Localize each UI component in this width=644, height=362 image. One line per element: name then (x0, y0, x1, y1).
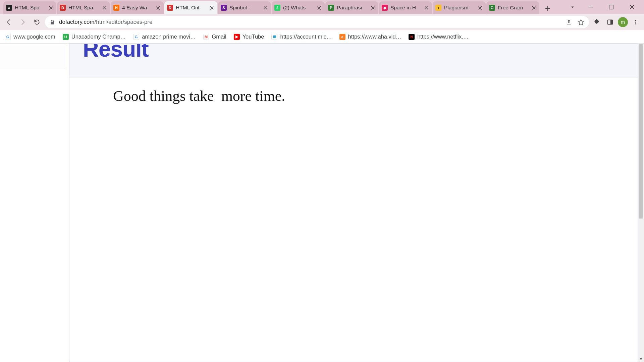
bookmark-item[interactable]: Gamazon prime movi… (133, 34, 196, 40)
sidepanel-icon (607, 19, 613, 25)
tab-favicon-icon: H (113, 5, 119, 11)
tab-close-button[interactable] (370, 5, 376, 11)
bookmark-item[interactable]: Gwww.google.com (5, 34, 55, 40)
tab-favicon-icon: 2 (274, 5, 280, 11)
bookmark-favicon-icon: G (133, 34, 139, 40)
share-button[interactable] (566, 19, 572, 25)
tab-search-button[interactable] (570, 4, 576, 10)
browser-tab[interactable]: H4 Easy Wa (111, 1, 164, 14)
browser-tab[interactable]: 2(2) Whats (272, 1, 325, 14)
scroll-down-arrow-icon[interactable]: ▼ (638, 356, 644, 362)
tab-close-button[interactable] (531, 5, 537, 11)
arrow-right-icon (19, 18, 26, 26)
left-rail (0, 44, 67, 69)
bookmark-favicon-icon: G (5, 34, 11, 40)
close-icon (371, 6, 375, 10)
tab-favicon-icon: D (60, 5, 66, 11)
bookmark-favicon-icon: N (409, 34, 415, 40)
tab-favicon-icon: S (221, 5, 227, 11)
scrollbar-thumb[interactable] (639, 44, 643, 219)
tab-close-button[interactable] (262, 5, 268, 11)
reload-button[interactable] (31, 16, 43, 28)
window-maximize-button[interactable] (605, 2, 617, 12)
bookmark-favicon-icon: ▶ (234, 34, 240, 40)
close-icon (532, 6, 536, 10)
tab-close-button[interactable] (316, 5, 322, 11)
bookmark-item[interactable]: Nhttps://www.netflix.… (409, 34, 469, 40)
bookmark-item[interactable]: ▶YouTube (234, 34, 264, 40)
close-icon (49, 6, 53, 10)
profile-avatar[interactable]: m (618, 17, 628, 27)
tab-close-button[interactable] (477, 5, 483, 11)
vertical-scrollbar[interactable]: ▲ ▼ (638, 44, 644, 362)
svg-point-6 (635, 23, 636, 24)
browser-tab[interactable]: DHTML Spa (57, 1, 110, 14)
tab-close-button[interactable] (48, 5, 54, 11)
extensions-button[interactable] (591, 16, 602, 28)
svg-point-5 (635, 21, 636, 22)
tab-close-button[interactable] (423, 5, 429, 11)
tab-close-button[interactable] (155, 5, 161, 11)
bookmark-button[interactable] (578, 19, 584, 25)
close-icon (210, 6, 214, 10)
close-icon (317, 6, 321, 10)
tab-favicon-icon: P (328, 5, 334, 11)
bookmarks-bar: Gwww.google.comUUnacademy Champ…Gamazon … (0, 30, 644, 44)
window-close-button[interactable] (626, 2, 638, 12)
reload-icon (34, 19, 40, 25)
bookmark-favicon-icon: ⊞ (271, 34, 277, 40)
tab-title: HTML Onl (176, 5, 207, 11)
browser-tab[interactable]: SSpinbot - (218, 1, 271, 14)
bookmark-label: YouTube (243, 34, 264, 40)
browser-tab[interactable]: DHTML Onl (164, 1, 217, 14)
back-button[interactable] (3, 16, 15, 28)
browser-tab[interactable]: ●Plagiarism (433, 1, 486, 14)
browser-tab[interactable]: PParaphrasi (325, 1, 378, 14)
bookmark-label: www.google.com (13, 34, 55, 40)
close-icon (630, 5, 634, 9)
tab-title: HTML Spa (68, 5, 100, 11)
bookmark-favicon-icon: U (63, 34, 69, 40)
result-panel: Result Good things take more time. (69, 44, 638, 362)
result-heading: Result (83, 44, 149, 60)
bookmark-label: amazon prime movi… (142, 34, 196, 40)
tab-close-button[interactable] (209, 5, 215, 11)
result-panel-body: Good things take more time. (69, 77, 638, 362)
tab-title: Spinbot - (229, 5, 261, 11)
url-host: dofactory.com (59, 19, 95, 25)
close-icon (478, 6, 482, 10)
tab-strip: ∧HTML SpaDHTML SpaH4 Easy WaDHTML OnlSSp… (0, 0, 644, 14)
tab-title: Plagiarism (444, 5, 476, 11)
sidepanel-button[interactable] (604, 16, 616, 28)
chrome-menu-button[interactable] (630, 16, 641, 28)
kebab-icon (633, 19, 639, 25)
svg-rect-1 (609, 5, 613, 9)
address-bar[interactable]: dofactory.com/html/editor/spaces-pre (45, 16, 589, 28)
bookmark-label: https://www.netflix.… (417, 34, 469, 40)
bookmark-item[interactable]: ⊞https://account.mic… (271, 34, 332, 40)
close-icon (425, 6, 428, 10)
bookmark-item[interactable]: UUnacademy Champ… (63, 34, 126, 40)
minimize-icon (588, 5, 593, 9)
window-minimize-button[interactable] (584, 2, 596, 12)
plus-icon (545, 6, 550, 11)
bookmark-item[interactable]: MGmail (203, 34, 226, 40)
forward-button[interactable] (17, 16, 29, 28)
browser-tab[interactable]: ◆Space in H (379, 1, 432, 14)
tab-close-button[interactable] (101, 5, 107, 11)
browser-tab[interactable]: GFree Gram (486, 1, 539, 14)
url-text: dofactory.com/html/editor/spaces-pre (59, 19, 152, 25)
browser-tab[interactable]: ∧HTML Spa (3, 1, 56, 14)
avatar-letter: m (621, 19, 625, 25)
tab-favicon-icon: D (167, 5, 173, 11)
result-panel-header: Result (69, 44, 638, 77)
arrow-left-icon (5, 18, 12, 26)
page-content: Result Good things take more time. ▲ ▼ (0, 44, 644, 362)
bookmark-item[interactable]: ahttps://www.aha.vid… (339, 34, 401, 40)
tab-title: 4 Easy Wa (122, 5, 154, 11)
star-icon (578, 19, 584, 25)
puzzle-icon (593, 19, 600, 25)
bookmark-favicon-icon: M (203, 34, 209, 40)
tab-favicon-icon: ◆ (382, 5, 388, 11)
new-tab-button[interactable] (542, 3, 553, 14)
